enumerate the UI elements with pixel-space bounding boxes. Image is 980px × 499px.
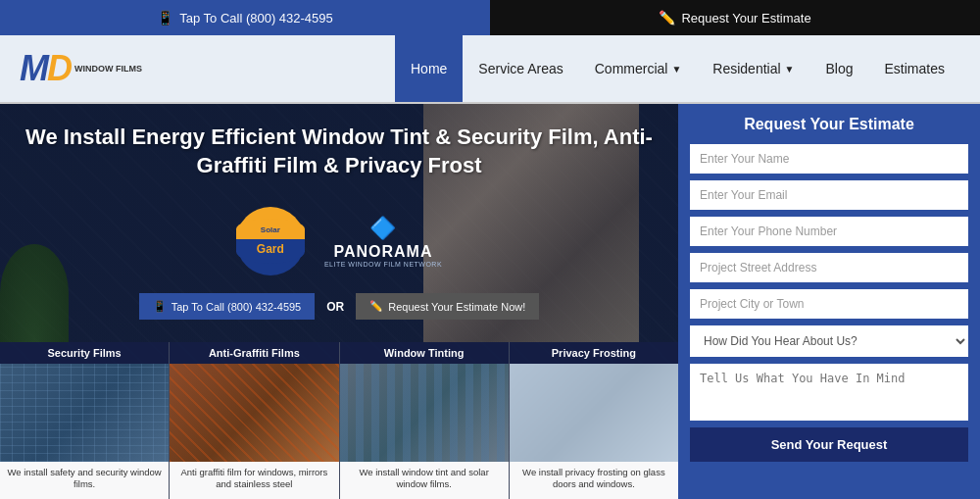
graffiti-header: Anti-Graffiti Films <box>170 342 338 364</box>
tinting-header: Window Tinting <box>340 342 509 364</box>
phone-input[interactable] <box>690 217 968 246</box>
message-textarea[interactable] <box>690 364 968 421</box>
call-label: Tap To Call (800) 432-4595 <box>179 11 333 25</box>
hero-phone-icon: 📱 <box>153 300 167 313</box>
logo: MD WINDOW FILMS <box>20 48 147 89</box>
frosting-desc: We install privacy frosting on glass doo… <box>510 462 678 499</box>
panorama-name: PANORAMA <box>333 243 432 261</box>
service-card-graffiti[interactable]: Anti-Graffiti Films Anti graffiti film f… <box>170 342 339 499</box>
top-bar-call-button[interactable]: 📱 Tap To Call (800) 432-4595 <box>0 0 490 35</box>
estimate-label: Request Your Estimate <box>681 11 810 25</box>
graffiti-img-bg <box>170 364 338 462</box>
email-input[interactable] <box>690 180 968 210</box>
hero-call-label: Tap To Call (800) 432-4595 <box>172 301 302 313</box>
solar-gard-logo: Solar Gard <box>236 207 305 275</box>
nav-home[interactable]: Home <box>395 35 463 102</box>
estimate-sidebar: Request Your Estimate How Did You Hear A… <box>678 104 980 499</box>
hear-select[interactable]: How Did You Hear About Us? Google Yelp R… <box>690 325 968 357</box>
main-nav: MD WINDOW FILMS Home Service Areas Comme… <box>0 35 980 104</box>
hero-content: We Install Energy Efficient Window Tint … <box>0 104 678 199</box>
nav-commercial[interactable]: Commercial ▼ <box>579 35 698 102</box>
service-card-security[interactable]: Security Films We install safety and sec… <box>0 342 170 499</box>
top-bar-estimate-button[interactable]: ✏️ Request Your Estimate <box>490 0 980 35</box>
tinting-img-bg <box>340 364 509 462</box>
name-input[interactable] <box>690 144 968 174</box>
hero-estimate-label: Request Your Estimate Now! <box>388 301 525 313</box>
nav-links: Home Service Areas Commercial ▼ Resident… <box>395 35 960 102</box>
frosting-img-bg <box>510 364 678 462</box>
hero-section: We Install Energy Efficient Window Tint … <box>0 104 678 499</box>
phone-icon: 📱 <box>157 10 173 25</box>
hero-cta: 📱 Tap To Call (800) 432-4595 OR ✏️ Reque… <box>0 293 678 320</box>
nav-residential[interactable]: Residential ▼ <box>697 35 809 102</box>
frosting-image <box>510 364 678 462</box>
security-desc: We install safety and security window fi… <box>0 462 169 499</box>
city-input[interactable] <box>690 289 968 319</box>
hero-logos: Solar Gard 🔷 PANORAMA ELITE WINDOW FILM … <box>0 207 678 275</box>
residential-caret: ▼ <box>785 64 795 75</box>
top-bar: 📱 Tap To Call (800) 432-4595 ✏️ Request … <box>0 0 980 35</box>
security-img-bg <box>0 364 169 462</box>
graffiti-desc: Anti graffiti film for windows, mirrors … <box>170 462 338 499</box>
nav-blog[interactable]: Blog <box>810 35 869 102</box>
sidebar-title: Request Your Estimate <box>690 116 968 133</box>
panorama-subtitle: ELITE WINDOW FILM NETWORK <box>324 261 442 268</box>
hero-pencil-icon: ✏️ <box>369 300 383 313</box>
frosting-header: Privacy Frosting <box>510 342 678 364</box>
service-cards: Security Films We install safety and sec… <box>0 342 678 499</box>
hero-or-text: OR <box>326 300 344 314</box>
nav-estimates[interactable]: Estimates <box>869 35 960 102</box>
commercial-caret: ▼ <box>671 64 681 75</box>
graffiti-image <box>170 364 338 462</box>
submit-button[interactable]: Send Your Request <box>690 427 968 462</box>
security-header: Security Films <box>0 342 169 364</box>
hero-estimate-button[interactable]: ✏️ Request Your Estimate Now! <box>356 293 539 320</box>
logo-initials: MD <box>20 48 71 89</box>
tinting-desc: We install window tint and solar window … <box>340 462 509 499</box>
main-content: We Install Energy Efficient Window Tint … <box>0 104 980 499</box>
service-card-tinting[interactable]: Window Tinting We install window tint an… <box>340 342 510 499</box>
tinting-image <box>340 364 509 462</box>
pencil-icon: ✏️ <box>659 10 675 25</box>
hero-call-button[interactable]: 📱 Tap To Call (800) 432-4595 <box>139 293 316 320</box>
panorama-icon: 🔷 <box>369 216 396 241</box>
address-input[interactable] <box>690 253 968 282</box>
logo-subtitle: WINDOW FILMS <box>74 64 142 75</box>
hero-title: We Install Energy Efficient Window Tint … <box>20 124 659 179</box>
service-card-frosting[interactable]: Privacy Frosting We install privacy fros… <box>510 342 678 499</box>
nav-service-areas[interactable]: Service Areas <box>463 35 578 102</box>
security-image <box>0 364 169 462</box>
panorama-logo: 🔷 PANORAMA ELITE WINDOW FILM NETWORK <box>324 216 442 268</box>
submit-label: Send Your Request <box>771 437 888 452</box>
